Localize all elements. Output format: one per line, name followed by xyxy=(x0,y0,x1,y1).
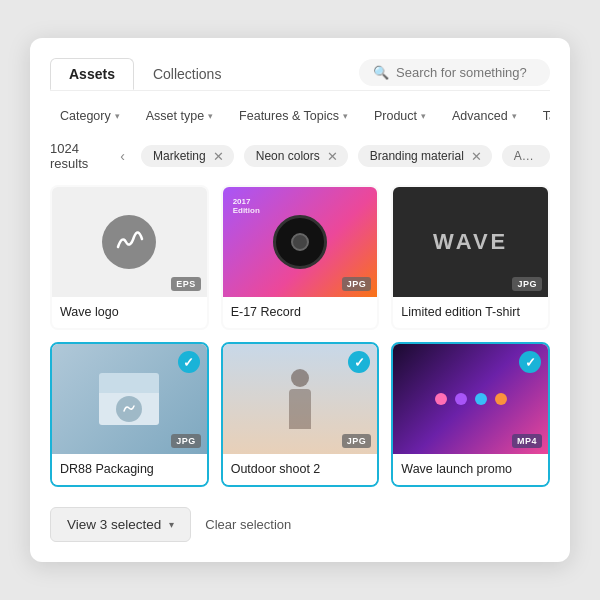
asset-card-wave-logo[interactable]: EPS Wave logo xyxy=(50,185,209,330)
badge-jpg-outdoor: JPG xyxy=(342,434,372,448)
light-dot-3 xyxy=(475,393,487,405)
asset-card-wave-launch-promo[interactable]: MP4 ✓ Wave launch promo xyxy=(391,342,550,487)
tab-assets[interactable]: Assets xyxy=(50,58,134,90)
asset-panel: Assets Collections 🔍 Category ▾ Asset ty… xyxy=(30,38,570,562)
asset-label-wave-logo: Wave logo xyxy=(52,297,207,328)
dj-lights xyxy=(435,393,507,405)
asset-card-dr88[interactable]: JPG ✓ DR88 Packaging xyxy=(50,342,209,487)
box-top xyxy=(99,373,159,393)
record-vinyl xyxy=(273,215,327,269)
view-selected-button[interactable]: View 3 selected ▾ xyxy=(50,507,191,542)
thumb-wave-logo: EPS xyxy=(52,187,207,297)
tag-branding-material: Branding material ✕ xyxy=(358,145,492,167)
bottom-bar: View 3 selected ▾ Clear selection xyxy=(50,503,550,542)
asset-card-e17-record[interactable]: 2017Edition JPG E-17 Record xyxy=(221,185,380,330)
results-row: 1024 results ‹ Marketing ✕ Neon colors ✕… xyxy=(50,141,550,171)
light-dot-1 xyxy=(435,393,447,405)
box-logo xyxy=(116,396,142,422)
thumb-promo: MP4 ✓ xyxy=(393,344,548,454)
thumb-e17-record: 2017Edition JPG xyxy=(223,187,378,297)
remove-tag-marketing[interactable]: ✕ xyxy=(213,150,224,163)
remove-tag-branding-material[interactable]: ✕ xyxy=(471,150,482,163)
chevron-down-icon: ▾ xyxy=(512,111,517,121)
chevron-down-icon: ▾ xyxy=(115,111,120,121)
dropdown-arrow-icon: ▾ xyxy=(169,519,174,530)
asset-grid: EPS Wave logo 2017Edition JPG E-17 Recor… xyxy=(50,185,550,487)
filter-tags[interactable]: Tags xyxy=(533,105,550,127)
nav-back-button[interactable]: ‹ xyxy=(114,146,131,166)
thumb-outdoor: JPG ✓ xyxy=(223,344,378,454)
thumb-tshirt: WAVE JPG xyxy=(393,187,548,297)
search-bar: 🔍 xyxy=(359,59,550,86)
asset-label-e17-record: E-17 Record xyxy=(223,297,378,328)
tag-neon-colors: Neon colors ✕ xyxy=(244,145,348,167)
tab-collections[interactable]: Collections xyxy=(134,58,240,90)
badge-jpg-record: JPG xyxy=(342,277,372,291)
asset-label-dr88: DR88 Packaging xyxy=(52,454,207,485)
filter-product[interactable]: Product ▾ xyxy=(364,105,436,127)
person-head xyxy=(291,369,309,387)
asset-label-outdoor-shoot: Outdoor shoot 2 xyxy=(223,454,378,485)
search-icon: 🔍 xyxy=(373,65,389,80)
person-body xyxy=(289,389,311,429)
filter-features-topics[interactable]: Features & Topics ▾ xyxy=(229,105,358,127)
check-badge-dr88: ✓ xyxy=(178,351,200,373)
light-dot-4 xyxy=(495,393,507,405)
badge-mp4-promo: MP4 xyxy=(512,434,542,448)
thumb-dr88: JPG ✓ xyxy=(52,344,207,454)
results-count: 1024 results xyxy=(50,141,100,171)
check-badge-promo: ✓ xyxy=(519,351,541,373)
remove-tag-neon-colors[interactable]: ✕ xyxy=(327,150,338,163)
tshirt-wave-logo: WAVE xyxy=(433,229,508,255)
divider xyxy=(50,90,550,91)
filter-bar: Category ▾ Asset type ▾ Features & Topic… xyxy=(50,105,550,127)
search-input[interactable] xyxy=(396,65,536,80)
box-icon xyxy=(99,373,159,425)
wave-logo-icon xyxy=(102,215,156,269)
filter-asset-type[interactable]: Asset type ▾ xyxy=(136,105,223,127)
asset-label-wave-launch-promo: Wave launch promo xyxy=(393,454,548,485)
person-silhouette xyxy=(285,369,315,429)
chevron-down-icon: ▾ xyxy=(421,111,426,121)
asset-card-outdoor-shoot[interactable]: JPG ✓ Outdoor shoot 2 xyxy=(221,342,380,487)
light-dot-2 xyxy=(455,393,467,405)
view-selected-label: View 3 selected xyxy=(67,517,161,532)
asset-label-tshirt: Limited edition T-shirt xyxy=(393,297,548,328)
filter-category[interactable]: Category ▾ xyxy=(50,105,130,127)
badge-jpg-dr88: JPG xyxy=(171,434,201,448)
badge-jpg-tshirt: JPG xyxy=(512,277,542,291)
chevron-down-icon: ▾ xyxy=(208,111,213,121)
tag-abstract: Abst... xyxy=(502,145,550,167)
box-front xyxy=(99,393,159,425)
check-badge-outdoor: ✓ xyxy=(348,351,370,373)
badge-eps: EPS xyxy=(171,277,201,291)
chevron-down-icon: ▾ xyxy=(343,111,348,121)
record-label-text: 2017Edition xyxy=(233,197,260,215)
tag-marketing: Marketing ✕ xyxy=(141,145,234,167)
filter-advanced[interactable]: Advanced ▾ xyxy=(442,105,527,127)
asset-card-tshirt[interactable]: WAVE JPG Limited edition T-shirt xyxy=(391,185,550,330)
clear-selection-button[interactable]: Clear selection xyxy=(205,517,291,532)
